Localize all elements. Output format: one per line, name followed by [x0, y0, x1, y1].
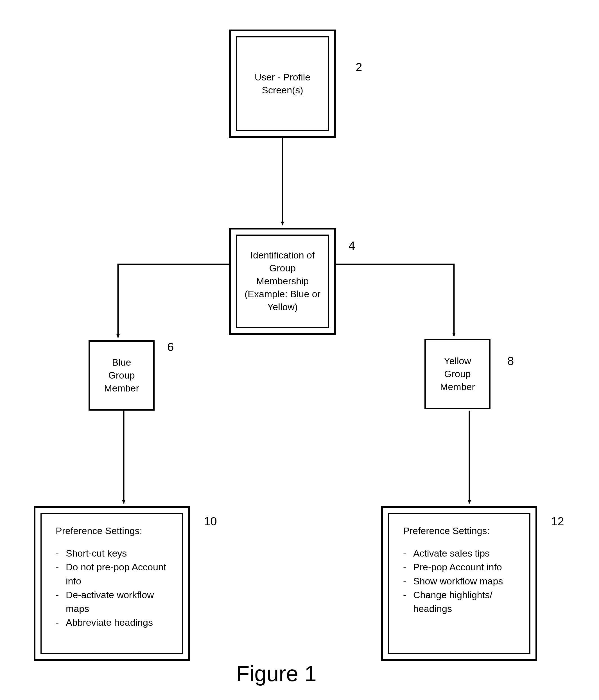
- node-yellow-group-label: 8: [507, 354, 514, 368]
- node-yellow-group: Yellow Group Member: [424, 339, 491, 409]
- diagram-canvas: User - Profile Screen(s) 2 Identificatio…: [0, 0, 599, 700]
- node-blue-preferences: Preference Settings: Short-cut keys Do n…: [34, 506, 190, 661]
- list-item: De-activate workflow maps: [56, 588, 174, 616]
- list-item: Change highlights/ headings: [403, 588, 521, 616]
- node-blue-group-text: Blue Group Member: [104, 356, 139, 395]
- node-blue-group-label: 6: [167, 340, 174, 354]
- figure-title: Figure 1: [236, 661, 316, 686]
- node-identification-text: Identification of Group Membership (Exam…: [244, 249, 320, 313]
- node-yellow-preferences-label: 12: [551, 515, 564, 528]
- list-item: Pre-pop Account info: [403, 560, 521, 574]
- yellow-pref-list: Activate sales tips Pre-pop Account info…: [403, 546, 521, 616]
- list-item: Do not pre-pop Account info: [56, 560, 174, 588]
- node-blue-group: Blue Group Member: [88, 340, 155, 410]
- list-item: Activate sales tips: [403, 546, 521, 560]
- node-user-profile-text: User - Profile Screen(s): [255, 71, 310, 97]
- list-item: Abbreviate headings: [56, 616, 174, 629]
- node-user-profile-label: 2: [356, 60, 362, 74]
- yellow-pref-title: Preference Settings:: [403, 525, 521, 536]
- node-identification: Identification of Group Membership (Exam…: [229, 228, 336, 335]
- list-item: Show workflow maps: [403, 574, 521, 588]
- node-user-profile: User - Profile Screen(s): [229, 29, 336, 138]
- node-yellow-group-text: Yellow Group Member: [440, 355, 475, 394]
- blue-pref-list: Short-cut keys Do not pre-pop Account in…: [56, 546, 174, 630]
- list-item: Short-cut keys: [56, 546, 174, 560]
- node-identification-label: 4: [348, 239, 355, 253]
- blue-pref-title: Preference Settings:: [56, 525, 174, 536]
- node-blue-preferences-label: 10: [204, 515, 217, 528]
- node-yellow-preferences: Preference Settings: Activate sales tips…: [381, 506, 537, 661]
